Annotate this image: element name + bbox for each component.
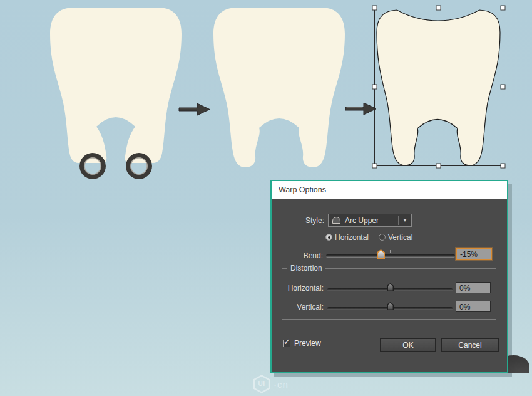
tooth-step1[interactable]: [50, 8, 182, 163]
checkmark-icon: ✓: [284, 338, 290, 346]
tooth-step3-selected[interactable]: [372, 6, 505, 168]
preview-label[interactable]: Preview: [294, 339, 321, 348]
radio-vertical-label[interactable]: Vertical: [388, 233, 412, 242]
tooth-step2[interactable]: [213, 8, 345, 167]
preview-checkbox[interactable]: ✓: [283, 340, 290, 347]
bend-label: Bend:: [272, 251, 323, 260]
tooth-shape-3-warped[interactable]: [377, 10, 500, 165]
radio-horizontal-label[interactable]: Horizontal: [335, 233, 369, 242]
distortion-vertical-label: Vertical:: [274, 303, 324, 311]
selection-handle-tr[interactable]: [501, 6, 505, 10]
selection-handle-ml[interactable]: [372, 85, 377, 89]
style-label: Style:: [272, 216, 324, 225]
cancel-button[interactable]: Cancel: [441, 338, 499, 352]
bend-slider-center-tick: [390, 250, 391, 253]
illustrator-canvas: Warp Options Style: Arc Upper ▼ Horizont…: [0, 0, 532, 396]
ok-button[interactable]: OK: [380, 338, 436, 352]
distortion-group-label: Distortion: [287, 264, 325, 273]
chevron-down-icon[interactable]: ▼: [399, 217, 411, 223]
distortion-vertical-handle[interactable]: [387, 302, 394, 310]
transform-arrow-1: [179, 103, 210, 115]
arrow-icon: [179, 103, 210, 115]
watermark: UI ·cn: [253, 375, 289, 393]
tooth-shape-1[interactable]: [50, 8, 182, 163]
arc-upper-icon: [332, 217, 340, 224]
style-dropdown[interactable]: Arc Upper ▼: [328, 214, 412, 227]
selection-handle-bc[interactable]: [436, 164, 441, 168]
distortion-vertical-value[interactable]: [456, 301, 491, 312]
radio-horizontal[interactable]: [325, 234, 332, 241]
selection-handle-mr[interactable]: [501, 85, 505, 89]
selection-handle-tc[interactable]: [436, 6, 441, 10]
watermark-hexagon-logo: UI: [253, 375, 270, 393]
watermark-logo-text: UI: [253, 380, 270, 387]
watermark-suffix: ·cn: [274, 379, 289, 390]
style-dropdown-value: Arc Upper: [345, 216, 398, 225]
dialog-title[interactable]: Warp Options: [272, 181, 507, 199]
radio-vertical[interactable]: [379, 234, 386, 241]
selection-handle-tl[interactable]: [372, 6, 377, 10]
distortion-horizontal-label: Horizontal:: [274, 284, 324, 293]
bend-value-field[interactable]: [456, 248, 492, 260]
bend-slider-handle[interactable]: [377, 249, 385, 259]
transform-arrow-2: [345, 103, 376, 115]
dialog-body: Style: Arc Upper ▼ Horizontal Vertical B…: [272, 199, 507, 372]
selection-handle-br[interactable]: [501, 164, 505, 168]
bend-slider-track[interactable]: [326, 254, 455, 258]
selection-handle-bl[interactable]: [372, 164, 377, 168]
distortion-group: Distortion Horizontal: Vertical:: [282, 268, 496, 320]
distortion-horizontal-value[interactable]: [456, 282, 491, 293]
arrow-icon: [345, 103, 376, 115]
distortion-horizontal-handle[interactable]: [387, 283, 394, 291]
tooth-shape-2[interactable]: [213, 8, 345, 167]
warp-options-dialog: Warp Options Style: Arc Upper ▼ Horizont…: [270, 180, 508, 373]
